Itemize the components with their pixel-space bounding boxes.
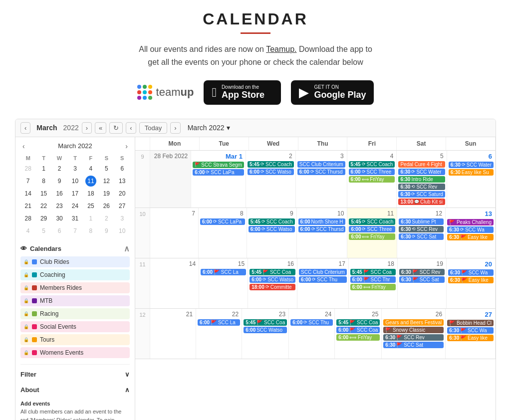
cal-event[interactable]: 5:45⟳ SCC Coach <box>249 218 295 225</box>
cal-cell-mar4[interactable]: 4 5:45⟳ SCC Coach 6:00⟳ SCC Three 6:00 ⟺… <box>347 151 397 208</box>
calendar-item-club-rides[interactable]: 🔒 Club Rides <box>20 256 130 267</box>
mini-day[interactable]: 14 <box>22 188 33 199</box>
cal-event[interactable]: 6:30 🚩 SCC Sat <box>399 276 445 283</box>
mini-day[interactable]: 17 <box>69 188 80 199</box>
mini-day[interactable]: 7 <box>69 225 80 236</box>
cal-event[interactable]: 6:00 ⟺ FriYay <box>350 284 396 290</box>
cal-event[interactable]: 6:30⟲ SCC Rev <box>399 226 444 232</box>
calendars-section-header[interactable]: 👁 Calendars ∧ <box>20 244 130 253</box>
cal-event[interactable]: 6:30 Easy like Su <box>449 169 494 176</box>
cal-cell-mar11-today[interactable]: 11 5:45⟳ SCC Coach 6:00⟳ SCC Three 6:00 … <box>347 208 397 258</box>
calendar-item-mtb[interactable]: 🔒 MTB <box>20 295 130 306</box>
cal-event[interactable]: 5:45 🚩 SCC Coa <box>336 319 380 326</box>
cal-cell-mar6[interactable]: 6 6:30⟳ SCC Water 6:30 Easy like Su <box>447 151 496 208</box>
mini-day[interactable]: 10 <box>69 176 80 187</box>
cal-event[interactable]: 6:00⟳ SCC LaPa <box>193 169 244 176</box>
cal-event[interactable]: 6:00 ⟺ FriYay <box>349 176 395 183</box>
appstore-badge[interactable]:  Download on the App Store <box>204 80 281 105</box>
mini-day[interactable]: 7 <box>22 176 33 187</box>
cal-event[interactable]: 6:30 🚩 SCC Rev <box>399 269 445 275</box>
cal-event[interactable]: 13:00💬 Club Kit si <box>398 199 445 205</box>
mini-prev-btn[interactable]: ‹ <box>20 142 27 150</box>
mini-day[interactable]: 13 <box>117 176 128 187</box>
calendar-item-tours[interactable]: 🔒 Tours <box>20 334 130 345</box>
cal-event[interactable]: 6:30 Intro Ride <box>398 176 445 183</box>
cal-cell-mar7[interactable]: 7 <box>150 208 199 258</box>
calendar-item-members-rides[interactable]: 🔒 Members Rides <box>20 282 130 293</box>
cal-event[interactable]: 🚩 Snowy Classic <box>383 327 444 333</box>
cal-cell-mar14[interactable]: 14 <box>150 258 199 308</box>
cal-cell-mar3[interactable]: 3 SCC Club Criterium 6:00⟳ SCC Thursd <box>296 151 347 208</box>
cal-event[interactable]: 6:00 North Shore H <box>298 218 346 225</box>
mini-day[interactable]: 29 <box>38 213 49 224</box>
cal-event[interactable]: 6:30 🚩 Easy like <box>447 234 494 240</box>
cal-event[interactable]: 6:30 🚩 Easy like <box>447 335 494 341</box>
mini-day[interactable]: 9 <box>101 225 112 236</box>
cal-cell-mar1[interactable]: Mar 1 🚩SCC Strava Segm 6:00⟳ SCC LaPa <box>191 151 246 208</box>
calendar-item-social[interactable]: 🔒 Social Events <box>20 321 130 332</box>
cal-event[interactable]: 5:45⟳ SCC Coach <box>349 218 395 225</box>
cal-event[interactable]: 5:45 🚩 SCC Coa <box>250 269 295 275</box>
mini-day[interactable]: 3 <box>69 163 80 174</box>
mini-day[interactable]: 28 <box>22 163 33 174</box>
calendar-item-racing[interactable]: 🔒 Racing <box>20 308 130 319</box>
cal-cell-mar13[interactable]: 13 🚩 Peaks Challeng 6:30⟳ SCC Wa 6:30 🚩 … <box>446 208 496 258</box>
teamup-link[interactable]: Teamup. <box>266 45 296 53</box>
cal-event[interactable]: Pedal Cure 4 Fight <box>398 161 445 168</box>
mini-day[interactable]: 25 <box>85 201 96 211</box>
cal-cell-mar12[interactable]: 12 6:30 Sublime Pt 6:30⟲ SCC Rev 6:30⟳ S… <box>397 208 446 258</box>
cal-event[interactable]: 6:00 🚩 SCC La <box>201 269 246 275</box>
cal-cell-mar21[interactable]: 21 <box>150 309 196 359</box>
cal-cell-mar22[interactable]: 22 6:00 🚩 SCC La <box>196 309 242 359</box>
cal-event[interactable]: 6:30⟳ SCC Water <box>398 169 445 175</box>
cal-event[interactable]: 6:00 🚩 SCC Coa <box>336 327 380 333</box>
cal-event[interactable]: 5:45 🚩 SCC Coa <box>244 319 287 326</box>
cal-event[interactable]: 6:30 🚩 Easy like <box>448 277 494 283</box>
cal-event[interactable]: 6:00⟳ SCC LaPa <box>200 218 245 225</box>
mini-day[interactable]: 18 <box>85 188 96 199</box>
mini-day[interactable]: 9 <box>54 176 65 187</box>
mini-day[interactable]: 8 <box>85 225 96 236</box>
cal-cell-mar16[interactable]: 16 5:45 🚩 SCC Coa 6:00⟳ SCC Watso 18:00⟳… <box>248 258 297 308</box>
mini-day[interactable]: 27 <box>117 201 128 211</box>
cal-event[interactable]: 18:00⟳ Committe <box>250 284 295 290</box>
range-next-btn[interactable]: › <box>170 122 180 134</box>
cal-event[interactable]: 6:30 🚩 SCC Wa <box>448 269 494 276</box>
mini-day[interactable]: 15 <box>38 188 49 199</box>
about-header[interactable]: About ∧ <box>20 384 130 396</box>
cal-event[interactable]: Gears and Beers Festival <box>383 319 444 326</box>
mini-day[interactable]: 31 <box>69 213 80 224</box>
mini-day[interactable]: 2 <box>101 213 112 224</box>
cal-event[interactable]: 6:00⟳ SCC Thu <box>290 319 333 326</box>
cal-event[interactable]: 6:30⟲ SCC Rev <box>398 184 445 190</box>
double-prev-btn[interactable]: « <box>95 122 106 134</box>
cal-event[interactable]: 🚩 Bobbin Head Cl <box>447 320 494 326</box>
cal-cell-mar27[interactable]: 27 🚩 Bobbin Head Cl 6:30 🚩 SCC Wa 6:30 🚩… <box>446 309 496 359</box>
mini-day[interactable]: 4 <box>22 225 33 236</box>
cal-event[interactable]: 6:30⟳ SCC Saturd <box>398 191 445 198</box>
calendar-item-womens[interactable]: 🔒 Womens Events <box>20 347 130 358</box>
cal-event[interactable]: 6:30 🚩 SCC Sat <box>383 342 444 348</box>
refresh-btn[interactable]: ↻ <box>109 122 123 134</box>
cal-event[interactable]: 5:45⟳ SCC Coach <box>248 161 294 168</box>
mini-day[interactable]: 6 <box>117 163 128 174</box>
cal-event[interactable]: 6:00⟳ SCC Watso <box>250 276 295 283</box>
googleplay-badge[interactable]: ▶ GET IT ON Google Play <box>291 80 374 105</box>
cal-cell-mar18[interactable]: 18 5:45 🚩 SCC Coa 6:00 🚩 SCC Thr 6:00 ⟺ … <box>349 258 398 308</box>
mini-day[interactable]: 21 <box>22 201 33 211</box>
cal-event[interactable]: 6:00⟳ SCC Thu <box>299 276 347 283</box>
prev-btn[interactable]: ‹ <box>20 122 30 134</box>
cal-cell-mar8[interactable]: 8 6:00⟳ SCC LaPa <box>199 208 247 258</box>
cal-cell-mar2[interactable]: 2 5:45⟳ SCC Coach 6:00⟳ SCC Watso <box>246 151 296 208</box>
cal-event[interactable]: 5:45⟳ SCC Coach <box>349 161 395 168</box>
cal-event[interactable]: 6:30 🚩 SCC Rev <box>383 334 444 341</box>
mini-day[interactable]: 5 <box>38 225 49 236</box>
mini-day[interactable]: 3 <box>117 213 128 224</box>
cal-cell-feb28[interactable]: 28 Feb 2022 <box>150 151 191 208</box>
cal-event[interactable]: 6:00 SCC Watso <box>244 327 287 333</box>
next-btn[interactable]: › <box>82 122 92 134</box>
cal-cell-mar5[interactable]: 5 Pedal Cure 4 Fight 6:30⟳ SCC Water 6:3… <box>397 151 447 208</box>
cal-cell-mar24[interactable]: 24 6:00⟳ SCC Thu <box>289 309 335 359</box>
mini-day-today[interactable]: 11 <box>85 176 96 187</box>
mini-day[interactable]: 2 <box>54 163 65 174</box>
